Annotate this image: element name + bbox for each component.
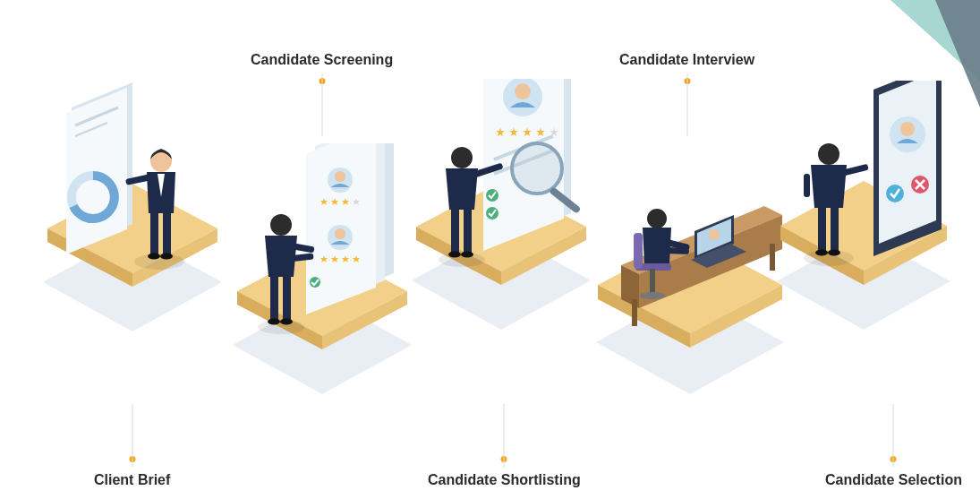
svg-rect-75 xyxy=(634,233,643,269)
connector-line xyxy=(686,73,687,136)
step-tile-selection xyxy=(752,81,976,367)
step-label-screening: Candidate Screening xyxy=(251,52,393,68)
svg-rect-57 xyxy=(451,204,459,254)
svg-rect-58 xyxy=(464,204,472,254)
svg-point-12 xyxy=(160,254,173,260)
svg-rect-68 xyxy=(632,299,637,326)
step-label-interview: Candidate Interview xyxy=(619,52,754,68)
connector-line xyxy=(321,73,322,136)
svg-point-44 xyxy=(515,83,531,99)
presentation-board xyxy=(66,82,132,254)
svg-rect-6 xyxy=(150,206,158,255)
svg-point-72 xyxy=(709,229,720,240)
svg-point-61 xyxy=(448,252,461,258)
svg-point-62 xyxy=(461,252,473,258)
svg-point-30 xyxy=(310,277,320,288)
svg-point-37 xyxy=(268,319,280,325)
connector-line xyxy=(132,404,132,467)
svg-marker-1 xyxy=(66,88,127,254)
svg-point-38 xyxy=(280,319,293,325)
svg-point-78 xyxy=(647,209,667,228)
svg-point-54 xyxy=(512,143,562,194)
svg-point-93 xyxy=(815,250,828,256)
svg-rect-32 xyxy=(270,271,278,321)
svg-rect-76 xyxy=(650,269,655,294)
svg-rect-92 xyxy=(804,174,810,197)
step-label-selection: Candidate Selection xyxy=(825,472,962,488)
step-label-client-brief: Client Brief xyxy=(94,472,170,488)
svg-point-86 xyxy=(900,122,915,136)
svg-marker-84 xyxy=(879,81,936,244)
svg-rect-89 xyxy=(831,202,839,252)
svg-point-94 xyxy=(828,250,840,256)
svg-point-77 xyxy=(640,292,665,299)
connector-line xyxy=(893,404,894,467)
svg-rect-88 xyxy=(818,202,826,252)
accept-icon xyxy=(886,185,904,202)
step-label-shortlisting: Candidate Shortlisting xyxy=(428,472,581,488)
svg-point-59 xyxy=(451,147,473,168)
svg-point-19 xyxy=(335,171,345,182)
svg-point-25 xyxy=(335,228,345,239)
svg-rect-80 xyxy=(664,247,689,254)
svg-point-90 xyxy=(818,143,839,165)
svg-rect-7 xyxy=(163,206,171,255)
svg-rect-33 xyxy=(283,271,291,321)
svg-point-11 xyxy=(148,254,160,260)
decorative-corner xyxy=(891,0,980,81)
recruitment-process-diagram: Candidate Screening Candidate Interview … xyxy=(0,0,980,499)
connector-line xyxy=(504,404,505,467)
selection-device xyxy=(873,81,942,256)
svg-point-34 xyxy=(270,214,292,236)
